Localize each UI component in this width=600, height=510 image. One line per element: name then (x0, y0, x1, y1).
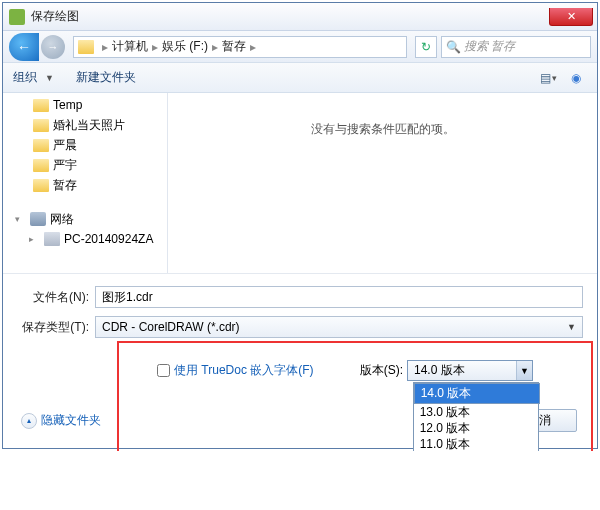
filetype-select[interactable]: CDR - CorelDRAW (*.cdr)▼ (95, 316, 583, 338)
search-icon: 🔍 (446, 40, 461, 54)
folder-icon (78, 40, 94, 54)
version-option[interactable]: 13.0 版本 (414, 404, 538, 420)
folder-tree: Temp 婚礼当天照片 严晨 严宇 暂存 ▾网络 ▸PC-20140924ZA (3, 93, 168, 273)
folder-icon (33, 99, 49, 112)
search-input[interactable]: 🔍 搜索 暂存 (441, 36, 591, 58)
app-icon (9, 9, 25, 25)
tree-pc[interactable]: ▸PC-20140924ZA (3, 229, 167, 249)
tree-network[interactable]: ▾网络 (3, 209, 167, 229)
folder-icon (33, 159, 49, 172)
view-button[interactable]: ▤▾ (537, 68, 559, 88)
version-option[interactable]: 12.0 版本 (414, 420, 538, 436)
window-title: 保存绘图 (31, 8, 549, 25)
folder-icon (33, 119, 49, 132)
tree-item[interactable]: 严晨 (3, 135, 167, 155)
version-label: 版本(S): (360, 362, 403, 379)
computer-icon (44, 232, 60, 246)
version-select[interactable]: 14.0 版本 ▼ (407, 360, 533, 381)
lower-panel: 使用 TrueDoc 嵌入字体(F) 版本(S): 14.0 版本 ▼ 14.0… (3, 352, 597, 448)
toolbar: 组织▼ 新建文件夹 ▤▾ ◉ (3, 63, 597, 93)
nav-back-button[interactable]: ← (9, 33, 39, 61)
refresh-button[interactable]: ↻ (415, 36, 437, 58)
breadcrumb-part[interactable]: 计算机 (112, 38, 148, 55)
empty-text: 没有与搜索条件匹配的项。 (311, 121, 455, 138)
chevron-down-icon: ▼ (567, 322, 576, 332)
help-button[interactable]: ◉ (565, 68, 587, 88)
version-option[interactable]: 11.0 版本 (414, 436, 538, 451)
tree-item[interactable]: 严宇 (3, 155, 167, 175)
nav-forward-button[interactable]: → (41, 35, 65, 59)
tree-item[interactable]: Temp (3, 95, 167, 115)
breadcrumb-part[interactable]: 暂存 (222, 38, 246, 55)
tree-item[interactable]: 婚礼当天照片 (3, 115, 167, 135)
navbar: ← → ▸ 计算机 ▸ 娱乐 (F:) ▸ 暂存 ▸ ↻ 🔍 搜索 暂存 (3, 31, 597, 63)
breadcrumb[interactable]: ▸ 计算机 ▸ 娱乐 (F:) ▸ 暂存 ▸ (73, 36, 407, 58)
organize-button[interactable]: 组织 (13, 69, 37, 86)
new-folder-button[interactable]: 新建文件夹 (76, 69, 136, 86)
expand-icon[interactable]: ▾ (15, 214, 24, 224)
version-dropdown: 14.0 版本 13.0 版本 12.0 版本 11.0 版本 10.0 版本 … (413, 382, 539, 451)
save-dialog: 保存绘图 ✕ ← → ▸ 计算机 ▸ 娱乐 (F:) ▸ 暂存 ▸ ↻ 🔍 搜索… (2, 2, 598, 449)
chevron-up-icon: ▴ (21, 413, 37, 429)
network-icon (30, 212, 46, 226)
tree-item[interactable]: 暂存 (3, 175, 167, 195)
filetype-label: 保存类型(T): (17, 319, 89, 336)
breadcrumb-part[interactable]: 娱乐 (F:) (162, 38, 208, 55)
folder-icon (33, 179, 49, 192)
file-pane: 没有与搜索条件匹配的项。 (168, 93, 597, 273)
fields: 文件名(N): 保存类型(T): CDR - CorelDRAW (*.cdr)… (3, 273, 597, 352)
body: Temp 婚礼当天照片 严晨 严宇 暂存 ▾网络 ▸PC-20140924ZA … (3, 93, 597, 273)
filename-label: 文件名(N): (17, 289, 89, 306)
close-button[interactable]: ✕ (549, 8, 593, 26)
chevron-down-icon: ▼ (516, 361, 532, 380)
truedoc-checkbox[interactable]: 使用 TrueDoc 嵌入字体(F) (157, 362, 314, 379)
expand-icon[interactable]: ▸ (29, 234, 38, 244)
titlebar: 保存绘图 ✕ (3, 3, 597, 31)
hide-folders-toggle[interactable]: ▴ 隐藏文件夹 (21, 412, 101, 429)
folder-icon (33, 139, 49, 152)
version-option[interactable]: 14.0 版本 (414, 383, 540, 404)
filename-input[interactable] (95, 286, 583, 308)
